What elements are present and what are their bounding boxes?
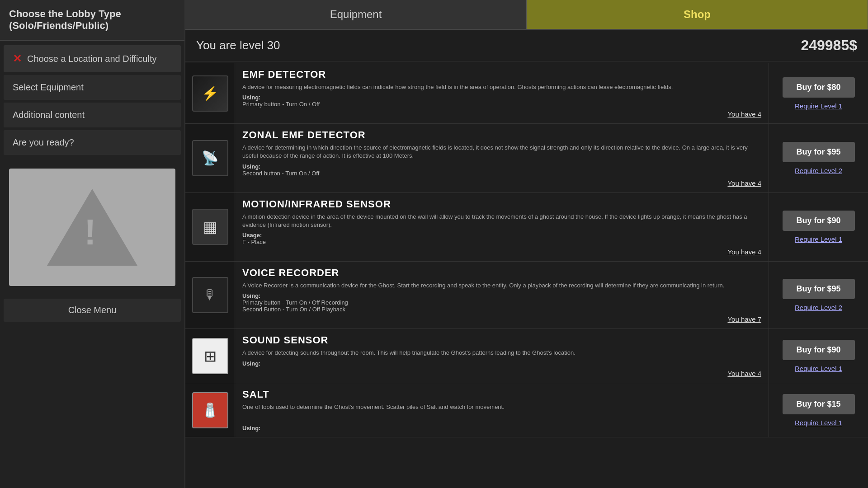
require-level-sound-sensor: Require Level 1 [795,365,842,372]
shop-header: You are level 30 249985$ [185,30,868,61]
item-desc-motion-infrared: A motion detection device in the area of… [242,213,761,229]
sidebar-item-additional-label: Additional content [13,110,85,120]
item-have-zonal-emf: You have 4 [242,179,761,187]
item-using-voice-recorder: Using: Primary button - Turn On / Off Re… [242,292,761,313]
item-image-sound-sensor [185,329,235,383]
item-using-emf-detector: Using: Primary button - Turn On / Off [242,94,761,108]
item-image-zonal-emf [185,124,235,192]
close-menu-button[interactable]: Close Menu [4,299,181,322]
item-buy-motion-infrared: Buy for $90 Require Level 1 [769,193,868,261]
item-using-zonal-emf: Using: Second button - Turn On / Off [242,163,761,177]
item-desc-salt: One of tools used to determine the Ghost… [242,403,761,411]
item-info-salt: SALT One of tools used to determine the … [235,383,769,437]
item-image-motion-infrared [185,193,235,261]
item-image-salt [185,383,235,437]
item-image-placeholder-sound-sensor [192,338,228,374]
item-row: EMF DETECTOR A device for measuring elec… [185,63,868,124]
sidebar-item-location-label: Choose a Location and Difficulty [27,54,156,64]
item-have-sound-sensor: You have 4 [242,370,761,377]
item-desc-emf-detector: A device for measuring electromagnetic f… [242,83,761,91]
item-name-emf-detector: EMF DETECTOR [242,69,761,80]
buy-button-salt[interactable]: Buy for $15 [783,394,855,414]
item-have-voice-recorder: You have 7 [242,315,761,323]
item-have-motion-infrared: You have 4 [242,248,761,256]
item-name-sound-sensor: SOUND SENSOR [242,334,761,346]
require-level-voice-recorder: Require Level 2 [795,304,842,311]
item-image-voice-recorder [185,262,235,328]
item-have-emf-detector: You have 4 [242,110,761,118]
main-area: Equipment Shop You are level 30 249985$ … [185,0,868,488]
sidebar-item-ready-label: Are you ready? [13,137,74,148]
item-buy-voice-recorder: Buy for $95 Require Level 2 [769,262,868,328]
item-desc-zonal-emf: A device for determining in which direct… [242,144,761,160]
buy-button-sound-sensor[interactable]: Buy for $90 [783,340,855,360]
item-using-motion-infrared: Usage: F - Place [242,232,761,245]
require-level-motion-infrared: Require Level 1 [795,235,842,243]
sidebar-preview [9,169,175,286]
currency-display: 249985$ [801,37,857,54]
item-row: MOTION/INFRARED SENSOR A motion detectio… [185,193,868,262]
item-image-placeholder-voice-recorder [192,277,228,313]
sidebar-item-equipment[interactable]: Select Equipment [4,75,181,100]
item-row: SALT One of tools used to determine the … [185,383,868,437]
tab-equipment[interactable]: Equipment [185,0,527,29]
item-using-sound-sensor: Using: [242,360,761,367]
item-buy-emf-detector: Buy for $80 Require Level 1 [769,63,868,123]
item-info-emf-detector: EMF DETECTOR A device for measuring elec… [235,63,769,123]
item-desc-voice-recorder: A Voice Recorder is a communication devi… [242,282,761,290]
buy-button-motion-infrared[interactable]: Buy for $90 [783,211,855,231]
item-name-motion-infrared: MOTION/INFRARED SENSOR [242,198,761,210]
tabs-bar: Equipment Shop [185,0,868,30]
buy-button-emf-detector[interactable]: Buy for $80 [783,77,855,98]
item-image-placeholder-motion-infrared [192,209,228,245]
buy-button-zonal-emf[interactable]: Buy for $95 [783,142,855,162]
require-level-zonal-emf: Require Level 2 [795,167,842,174]
item-using-salt: Using: [242,425,761,432]
item-desc-sound-sensor: A device for detecting sounds throughout… [242,349,761,357]
sidebar-item-additional[interactable]: Additional content [4,103,181,127]
item-info-zonal-emf: ZONAL EMF DETECTOR A device for determin… [235,124,769,192]
sidebar-item-equipment-label: Select Equipment [13,82,84,93]
item-info-sound-sensor: SOUND SENSOR A device for detecting soun… [235,329,769,383]
item-row: VOICE RECORDER A Voice Recorder is a com… [185,262,868,329]
sidebar-item-ready[interactable]: Are you ready? [4,130,181,155]
warning-triangle-icon [47,189,137,266]
item-image-placeholder-zonal-emf [192,140,228,176]
item-info-motion-infrared: MOTION/INFRARED SENSOR A motion detectio… [235,193,769,261]
item-image-emf-detector [185,63,235,123]
sidebar-menu: ✕ Choose a Location and Difficulty Selec… [0,41,184,160]
item-name-salt: SALT [242,389,761,400]
require-level-salt: Require Level 1 [795,419,842,427]
item-name-zonal-emf: ZONAL EMF DETECTOR [242,129,761,141]
item-row: SOUND SENSOR A device for detecting soun… [185,329,868,383]
items-list: EMF DETECTOR A device for measuring elec… [185,61,868,488]
buy-button-voice-recorder[interactable]: Buy for $95 [783,279,855,299]
item-image-placeholder-salt [192,392,228,428]
sidebar-header: Choose the Lobby Type (Solo/Friends/Publ… [0,0,184,41]
item-image-placeholder-emf-detector [192,75,228,112]
item-buy-sound-sensor: Buy for $90 Require Level 1 [769,329,868,383]
item-info-voice-recorder: VOICE RECORDER A Voice Recorder is a com… [235,262,769,328]
x-icon: ✕ [13,52,22,65]
require-level-emf-detector: Require Level 1 [795,102,842,110]
sidebar-item-location[interactable]: ✕ Choose a Location and Difficulty [4,45,181,72]
sidebar: Choose the Lobby Type (Solo/Friends/Publ… [0,0,185,488]
level-text: You are level 30 [196,38,280,52]
item-buy-salt: Buy for $15 Require Level 1 [769,383,868,437]
item-row: ZONAL EMF DETECTOR A device for determin… [185,124,868,192]
tab-shop[interactable]: Shop [527,0,868,29]
item-name-voice-recorder: VOICE RECORDER [242,267,761,279]
item-buy-zonal-emf: Buy for $95 Require Level 2 [769,124,868,192]
